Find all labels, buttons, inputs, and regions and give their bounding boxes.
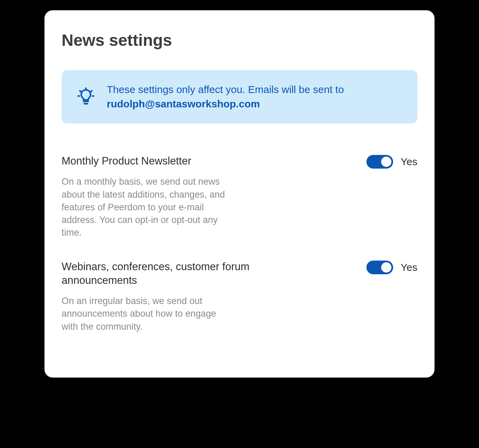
setting-text: Monthly Product Newsletter On a monthly … bbox=[62, 154, 353, 239]
info-banner: These settings only affect you. Emails w… bbox=[62, 70, 417, 123]
toggle-knob bbox=[381, 262, 391, 273]
setting-text: Webinars, conferences, customer forum an… bbox=[62, 260, 353, 333]
setting-control: Yes bbox=[366, 154, 417, 169]
setting-description-newsletter: On a monthly basis, we send out news abo… bbox=[62, 175, 226, 239]
toggle-knob bbox=[381, 157, 391, 167]
svg-line-2 bbox=[91, 91, 92, 91]
info-banner-text: These settings only affect you. Emails w… bbox=[107, 82, 402, 111]
setting-control: Yes bbox=[366, 260, 417, 274]
toggle-label-newsletter: Yes bbox=[401, 156, 417, 168]
lightbulb-icon bbox=[77, 88, 95, 106]
svg-line-1 bbox=[80, 91, 80, 91]
setting-row-webinars: Webinars, conferences, customer forum an… bbox=[62, 260, 417, 333]
setting-row-newsletter: Monthly Product Newsletter On a monthly … bbox=[62, 154, 417, 239]
toggle-newsletter[interactable] bbox=[366, 155, 393, 169]
setting-title-webinars: Webinars, conferences, customer forum an… bbox=[62, 260, 308, 288]
info-banner-prefix: These settings only affect you. Emails w… bbox=[107, 84, 344, 95]
toggle-label-webinars: Yes bbox=[401, 262, 417, 273]
news-settings-card: News settings These settings only affect… bbox=[44, 10, 435, 378]
setting-title-newsletter: Monthly Product Newsletter bbox=[62, 154, 353, 168]
setting-description-webinars: On an irregular basis, we send out annou… bbox=[62, 295, 226, 333]
page-title: News settings bbox=[62, 31, 417, 50]
info-banner-email: rudolph@santasworkshop.com bbox=[107, 98, 260, 109]
toggle-webinars[interactable] bbox=[366, 261, 393, 274]
